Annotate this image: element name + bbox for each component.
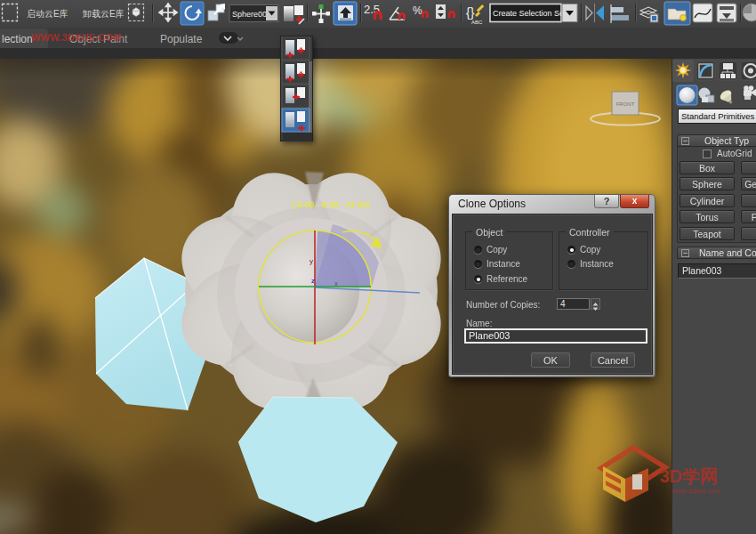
svg-text:ABC: ABC bbox=[471, 20, 483, 25]
svg-text:{}: {} bbox=[466, 5, 475, 20]
svg-text:[-0.00, -0.00, -72.94]: [-0.00, -0.00, -72.94] bbox=[293, 199, 369, 209]
svg-text:3D学网: 3D学网 bbox=[660, 466, 719, 486]
svg-text:FRONT: FRONT bbox=[616, 101, 635, 107]
svg-text:%: % bbox=[413, 4, 422, 17]
svg-text:www.3dxue.com: www.3dxue.com bbox=[672, 487, 721, 495]
svg-text:x: x bbox=[334, 279, 338, 287]
svg-text:Create Selection Se: Create Selection Se bbox=[493, 9, 564, 18]
svg-text:Sphere00: Sphere00 bbox=[232, 10, 267, 19]
svg-text:y: y bbox=[310, 257, 313, 265]
svg-text:z: z bbox=[311, 277, 315, 285]
svg-text:2.5: 2.5 bbox=[364, 3, 380, 16]
